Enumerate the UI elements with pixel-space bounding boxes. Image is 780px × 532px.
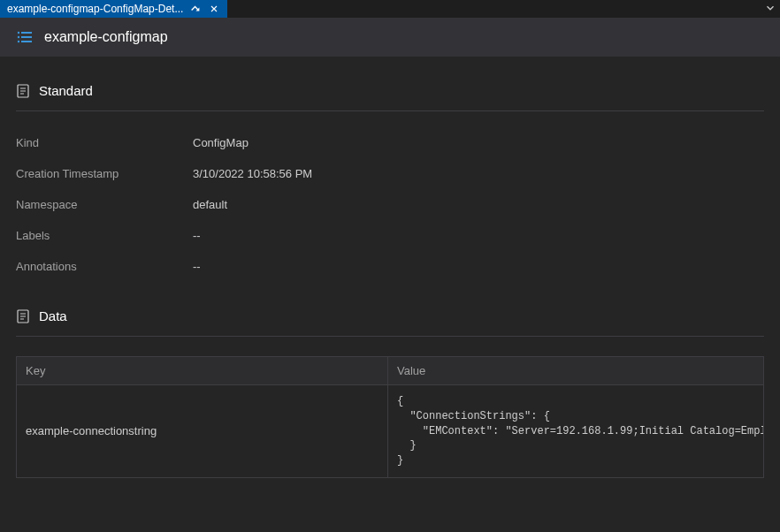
- table-header-value: Value: [388, 357, 763, 384]
- standard-fields: Kind ConfigMap Creation Timestamp 3/10/2…: [16, 111, 764, 282]
- table-row: example-connectionstring { "ConnectionSt…: [17, 385, 763, 477]
- chevron-down-icon[interactable]: [764, 2, 776, 17]
- section-data: Data Key Value example-connectionstring …: [0, 282, 780, 478]
- data-table: Key Value example-connectionstring { "Co…: [16, 356, 764, 478]
- table-header-key: Key: [17, 357, 388, 384]
- document-icon: [16, 309, 30, 323]
- field-kind: Kind ConfigMap: [16, 127, 764, 158]
- field-namespace: Namespace default: [16, 189, 764, 220]
- tab-bar: example-configmap-ConfigMap-Det...: [0, 0, 780, 18]
- svg-point-0: [18, 32, 19, 34]
- field-label: Namespace: [16, 198, 193, 211]
- field-value: --: [193, 260, 201, 273]
- field-label: Labels: [16, 229, 193, 242]
- tab-active[interactable]: example-configmap-ConfigMap-Det...: [0, 0, 227, 18]
- field-label: Kind: [16, 136, 193, 149]
- close-icon[interactable]: [208, 3, 220, 15]
- svg-rect-3: [21, 36, 32, 38]
- pin-icon[interactable]: [190, 4, 201, 14]
- section-header-data: Data: [16, 308, 764, 337]
- table-header: Key Value: [17, 357, 763, 385]
- list-icon: [16, 28, 34, 46]
- field-annotations: Annotations --: [16, 251, 764, 282]
- page-header: example-configmap: [0, 18, 780, 57]
- svg-point-2: [18, 36, 19, 38]
- field-value: ConfigMap: [193, 136, 249, 149]
- page-title: example-configmap: [44, 29, 168, 45]
- svg-rect-1: [21, 32, 32, 34]
- field-value: --: [193, 229, 201, 242]
- svg-rect-5: [21, 41, 32, 42]
- field-labels: Labels --: [16, 220, 764, 251]
- section-title-standard: Standard: [39, 83, 93, 98]
- field-creation-timestamp: Creation Timestamp 3/10/2022 10:58:56 PM: [16, 158, 764, 189]
- field-label: Annotations: [16, 260, 193, 273]
- field-value: 3/10/2022 10:58:56 PM: [193, 167, 312, 180]
- tab-label: example-configmap-ConfigMap-Det...: [7, 3, 183, 15]
- document-icon: [16, 84, 30, 98]
- svg-point-4: [18, 41, 19, 42]
- field-label: Creation Timestamp: [16, 167, 193, 180]
- section-header-standard: Standard: [16, 83, 764, 111]
- table-cell-value: { "ConnectionStrings": { "EMContext": "S…: [388, 385, 763, 477]
- field-value: default: [193, 198, 227, 211]
- content-area: example-configmap Standard Kind ConfigMa…: [0, 18, 780, 532]
- section-standard: Standard Kind ConfigMap Creation Timesta…: [0, 57, 780, 282]
- section-title-data: Data: [39, 308, 67, 323]
- table-cell-key: example-connectionstring: [17, 385, 388, 477]
